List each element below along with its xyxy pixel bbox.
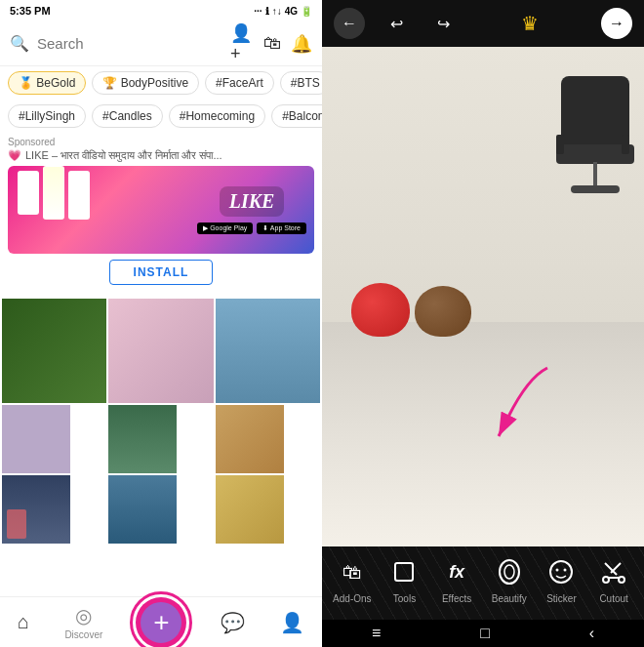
profile-icon: 👤: [280, 611, 304, 634]
photo-cell-5[interactable]: [108, 405, 177, 473]
system-bar-right: ≡ □ ‹: [322, 620, 644, 647]
install-button[interactable]: INSTALL: [109, 260, 214, 285]
right-nav-left: ← ↩ ↪: [334, 8, 459, 39]
beautify-icon: [492, 554, 527, 589]
sponsored-label: Sponsored: [8, 137, 314, 147]
forward-button[interactable]: →: [601, 8, 632, 39]
cutout-label: Cutout: [599, 593, 627, 604]
photo-cell-2[interactable]: [108, 299, 213, 403]
tag-balcony[interactable]: #Balcony: [271, 104, 322, 128]
nav-discover[interactable]: ◎ Discover: [64, 604, 102, 640]
search-input[interactable]: [37, 35, 222, 52]
bottom-nav: ⌂ ◎ Discover + 💬 👤: [0, 596, 322, 647]
beanbag-red: [351, 283, 410, 337]
tool-tools[interactable]: Tools: [382, 554, 425, 604]
like-logo: LIKE: [220, 186, 285, 217]
addons-icon: 🛍: [335, 554, 370, 589]
room-floor: [322, 322, 644, 546]
home-button[interactable]: □: [480, 625, 490, 642]
svg-point-5: [556, 569, 559, 572]
bag-icon[interactable]: 🛍: [263, 33, 281, 54]
add-person-icon[interactable]: 👤+: [230, 22, 254, 64]
tags-row-1: 🏅 BeGold 🏆 BodyPositive #FaceArt #BTS #.…: [0, 66, 322, 100]
photo-cell-8[interactable]: [108, 475, 177, 544]
photo-cell-4[interactable]: [2, 405, 70, 473]
svg-rect-1: [395, 563, 413, 581]
photo-grid: [0, 297, 322, 546]
tags-row-2: #LillySingh #Candles #Homecoming #Balcon…: [0, 100, 322, 133]
sponsored-banner: LIKE ▶ Google Play ⬇ App Store: [8, 166, 314, 254]
tag-bts[interactable]: #BTS: [280, 71, 322, 95]
left-panel: 5:35 PM ··· ℹ ↑↓ 4G 🔋 🔍 👤+ 🛍 🔔 🏅 BeGold …: [0, 0, 322, 647]
nav-profile[interactable]: 👤: [280, 611, 304, 634]
status-time: 5:35 PM: [10, 5, 51, 17]
tag-bodypositive[interactable]: 🏆 BodyPositive: [92, 71, 199, 95]
back-sys-button[interactable]: ‹: [589, 625, 594, 642]
beanbag-brown: [415, 286, 471, 337]
photo-cell-9[interactable]: [216, 475, 284, 544]
tool-effects[interactable]: fx Effects: [435, 554, 478, 604]
tag-candles[interactable]: #Candles: [92, 104, 163, 128]
notifications-icon[interactable]: 🔔: [291, 33, 312, 55]
sponsored-title: 💗 LIKE – भारत वीडियो समुदाय और निर्माता …: [8, 149, 314, 162]
office-chair: [556, 76, 634, 193]
tools-icon: [386, 554, 422, 589]
right-top-bar: ← ↩ ↪ ♛ →: [322, 0, 644, 47]
nav-messages[interactable]: 💬: [221, 611, 245, 634]
tool-addons[interactable]: 🛍 Add-Ons: [331, 554, 374, 604]
undo-button[interactable]: ↩: [381, 8, 412, 39]
beautify-label: Beautify: [492, 593, 527, 604]
addons-label: Add-Ons: [333, 593, 371, 604]
messages-icon: 💬: [221, 611, 245, 634]
discover-label: Discover: [64, 629, 102, 640]
effects-icon: fx: [439, 554, 474, 589]
photo-cell-7[interactable]: [2, 475, 70, 544]
back-button[interactable]: ←: [334, 8, 365, 39]
svg-point-4: [550, 561, 572, 583]
fab-container: +: [138, 599, 184, 646]
photo-cell-6[interactable]: [216, 405, 284, 473]
tools-label: Tools: [393, 593, 416, 604]
svg-line-8: [611, 563, 621, 573]
tag-homecoming[interactable]: #Homecoming: [169, 104, 265, 128]
photo-cell-1[interactable]: [2, 299, 106, 403]
sticker-label: Sticker: [546, 593, 577, 604]
phone-mockup: [18, 171, 90, 220]
tools-bar: 🛍 Add-Ons Tools fx Effects Beautify: [322, 546, 644, 620]
discover-icon: ◎: [75, 604, 92, 627]
effects-label: Effects: [442, 593, 471, 604]
nav-home[interactable]: ⌂: [18, 611, 29, 633]
sponsored-card: Sponsored 💗 LIKE – भारत वीडियो समुदाय और…: [0, 133, 322, 297]
tag-faceart[interactable]: #FaceArt: [205, 71, 274, 95]
search-actions: 👤+ 🛍 🔔: [230, 22, 312, 64]
menu-button[interactable]: ≡: [372, 625, 381, 642]
svg-point-6: [564, 569, 567, 572]
svg-point-3: [504, 565, 514, 579]
status-icons: ··· ℹ ↑↓ 4G 🔋: [254, 6, 312, 17]
grid-area: Sponsored 💗 LIKE – भारत वीडियो समुदाय और…: [0, 133, 322, 596]
fab-button[interactable]: +: [138, 599, 184, 646]
home-icon: ⌂: [18, 611, 29, 633]
cutout-icon: [596, 554, 631, 589]
redo-button[interactable]: ↪: [427, 8, 459, 39]
right-panel: ← ↩ ↪ ♛ →: [322, 0, 644, 647]
search-bar: 🔍 👤+ 🛍 🔔: [0, 21, 322, 66]
sticker-icon: [543, 554, 579, 589]
tool-beautify[interactable]: Beautify: [488, 554, 531, 604]
status-bar: 5:35 PM ··· ℹ ↑↓ 4G 🔋: [0, 0, 322, 21]
photo-cell-3[interactable]: [216, 299, 320, 403]
camera-view: [322, 47, 644, 546]
tool-sticker[interactable]: Sticker: [540, 554, 583, 604]
room-background: [322, 47, 644, 546]
search-icon: 🔍: [10, 34, 29, 53]
tool-cutout[interactable]: Cutout: [592, 554, 635, 604]
tag-lillysingh[interactable]: #LillySingh: [8, 104, 86, 128]
tag-begold[interactable]: 🏅 BeGold: [8, 71, 86, 95]
svg-point-2: [500, 560, 519, 584]
crown-icon: ♛: [521, 12, 539, 35]
